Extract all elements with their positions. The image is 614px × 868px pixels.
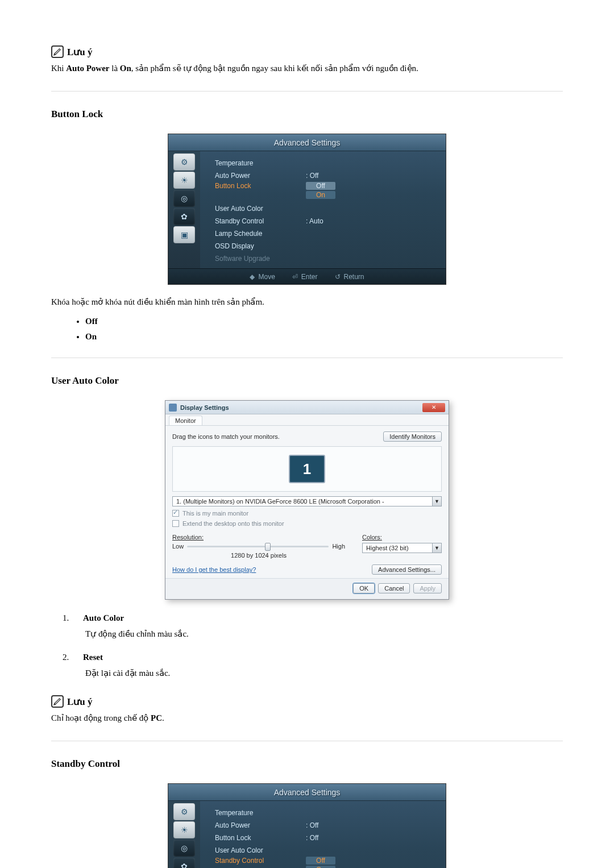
- monitor-select[interactable]: 1. (Multiple Monitors) on NVIDIA GeForce…: [172, 496, 442, 506]
- colors-select[interactable]: Highest (32 bit) ▼: [362, 543, 442, 553]
- osd-panel-button-lock: Advanced Settings ⚙ ☀ ◎ ✿ ▣ TemperatureA…: [168, 134, 446, 285]
- osd-title: Advanced Settings: [168, 784, 446, 801]
- section-user-auto-color: User Auto Color Display Settings ✕ Monit…: [51, 375, 563, 678]
- monitor-1-icon[interactable]: 1: [289, 455, 325, 483]
- checkbox-icon: [172, 520, 179, 527]
- dialog-title: Display Settings: [180, 404, 422, 411]
- heading-standby-control: Standby Control: [51, 758, 563, 770]
- osd-row-label: OSD Display: [215, 242, 306, 250]
- osd-tab-icon-2[interactable]: ☀: [173, 172, 195, 189]
- osd-tab-icon-4[interactable]: ✿: [173, 208, 195, 225]
- osd-row[interactable]: Auto Power: Off: [215, 819, 437, 832]
- osd-option[interactable]: On: [306, 191, 335, 199]
- osd-row-label: Standby Control: [215, 217, 306, 225]
- osd-row[interactable]: Button LockOffOn: [215, 182, 437, 202]
- osd-option[interactable]: Off: [306, 182, 335, 190]
- identify-monitors-button[interactable]: Identify Monitors: [383, 431, 442, 442]
- osd-sidebar: ⚙ ☀ ◎ ✿ ▣: [168, 151, 200, 268]
- osd-row-value: : Off: [306, 172, 318, 180]
- ok-button[interactable]: OK: [353, 583, 375, 593]
- osd-row-label: User Auto Color: [215, 846, 306, 854]
- button-lock-desc: Khóa hoặc mở khóa nút điều khiển màn hìn…: [51, 295, 563, 309]
- osd-row-label: Standby Control: [215, 857, 306, 865]
- osd-tab-icon-3[interactable]: ◎: [173, 840, 195, 857]
- list-item: Off: [85, 317, 563, 326]
- osd-row-value: : Off: [306, 821, 318, 829]
- item-desc: Tự động điều chỉnh màu sắc.: [85, 629, 563, 639]
- apply-button[interactable]: Apply: [413, 583, 442, 593]
- osd-row[interactable]: User Auto Color: [215, 202, 437, 215]
- item-label: Auto Color: [83, 613, 124, 623]
- return-icon: ↺: [335, 273, 341, 281]
- item-desc: Đặt lại cài đặt màu sắc.: [85, 668, 563, 678]
- osd-row-label: Auto Power: [215, 821, 306, 829]
- osd-row[interactable]: Temperature: [215, 807, 437, 819]
- note-title: Lưu ý: [67, 46, 93, 58]
- list-item: Auto ColorTự động điều chỉnh màu sắc.: [63, 613, 563, 639]
- dialog-app-icon: [169, 404, 177, 412]
- osd-row-label: Software Upgrade: [215, 255, 306, 263]
- osd-footer: ◆Move ⏎Enter ↺Return: [168, 268, 446, 284]
- osd-row[interactable]: Temperature: [215, 157, 437, 169]
- osd-option[interactable]: Off: [306, 857, 335, 865]
- monitor-preview[interactable]: 1: [172, 446, 442, 492]
- osd-row-value: : Off: [306, 834, 318, 842]
- main-monitor-checkbox: This is my main monitor: [172, 510, 442, 517]
- close-icon[interactable]: ✕: [422, 403, 445, 412]
- osd-tab-icon-3[interactable]: ◎: [173, 190, 195, 207]
- move-icon: ◆: [250, 273, 255, 281]
- heading-user-auto-color: User Auto Color: [51, 375, 563, 387]
- resolution-value: 1280 by 1024 pixels: [172, 552, 345, 559]
- divider: [51, 358, 563, 358]
- osd-tab-icon-1[interactable]: ⚙: [173, 153, 195, 171]
- osd-tab-icon-2[interactable]: ☀: [173, 821, 195, 838]
- osd-row[interactable]: Auto Power: Off: [215, 169, 437, 182]
- colors-label: Colors:: [362, 534, 442, 541]
- osd-row[interactable]: Standby Control: Auto: [215, 215, 437, 227]
- dialog-titlebar: Display Settings ✕: [165, 401, 449, 414]
- advanced-settings-button[interactable]: Advanced Settings...: [372, 564, 442, 575]
- chevron-down-icon: ▼: [432, 543, 441, 553]
- osd-row-label: Auto Power: [215, 172, 306, 180]
- enter-icon: ⏎: [292, 273, 298, 281]
- list-item: ResetĐặt lại cài đặt màu sắc.: [63, 653, 563, 678]
- osd-tab-icon-5[interactable]: ▣: [173, 226, 195, 243]
- checkbox-icon: [172, 510, 179, 517]
- tab-monitor[interactable]: Monitor: [169, 416, 202, 425]
- divider: [51, 91, 563, 92]
- note-icon: [51, 45, 64, 58]
- osd-tab-icon-1[interactable]: ⚙: [173, 803, 195, 820]
- osd-row[interactable]: Lamp Schedule: [215, 227, 437, 240]
- note-header: Lưu ý: [51, 45, 563, 58]
- chevron-down-icon: ▼: [432, 497, 441, 506]
- note-body: Chỉ hoạt động trong chế độ PC.: [51, 711, 563, 725]
- osd-row[interactable]: OSD Display: [215, 240, 437, 252]
- cancel-button[interactable]: Cancel: [378, 583, 410, 593]
- heading-button-lock: Button Lock: [51, 109, 563, 120]
- item-label: Reset: [83, 653, 103, 662]
- section-button-lock: Button Lock Advanced Settings ⚙ ☀ ◎ ✿ ▣ …: [51, 109, 563, 342]
- osd-row-label: Lamp Schedule: [215, 230, 306, 238]
- osd-option[interactable]: On: [306, 866, 335, 868]
- osd-sidebar: ⚙ ☀ ◎ ✿ ▣: [168, 801, 200, 868]
- section-standby-control: Standby Control Advanced Settings ⚙ ☀ ◎ …: [51, 758, 563, 868]
- option-label: On: [85, 332, 97, 341]
- osd-row-label: User Auto Color: [215, 205, 306, 213]
- osd-row-label: Temperature: [215, 159, 306, 167]
- osd-row[interactable]: Button Lock: Off: [215, 832, 437, 844]
- note-body: Khi Auto Power là On, sản phẩm sẽ tự độn…: [51, 61, 563, 75]
- display-settings-dialog: Display Settings ✕ Monitor Drag the icon…: [165, 400, 449, 600]
- osd-row[interactable]: Standby ControlOffOnAuto: [215, 857, 437, 868]
- osd-tab-icon-4[interactable]: ✿: [173, 858, 195, 868]
- osd-row-value: : Auto: [306, 217, 323, 225]
- osd-row-label: Temperature: [215, 809, 306, 817]
- osd-row[interactable]: User Auto Color: [215, 844, 437, 857]
- option-label: Off: [85, 317, 98, 326]
- help-link[interactable]: How do I get the best display?: [172, 566, 256, 573]
- osd-panel-standby-control: Advanced Settings ⚙ ☀ ◎ ✿ ▣ TemperatureA…: [168, 783, 446, 868]
- resolution-slider[interactable]: Low High: [172, 543, 345, 550]
- osd-row-label: Button Lock: [215, 182, 306, 190]
- divider: [51, 741, 563, 741]
- resolution-label: Resolution:: [172, 534, 345, 541]
- extend-desktop-checkbox: Extend the desktop onto this monitor: [172, 520, 442, 527]
